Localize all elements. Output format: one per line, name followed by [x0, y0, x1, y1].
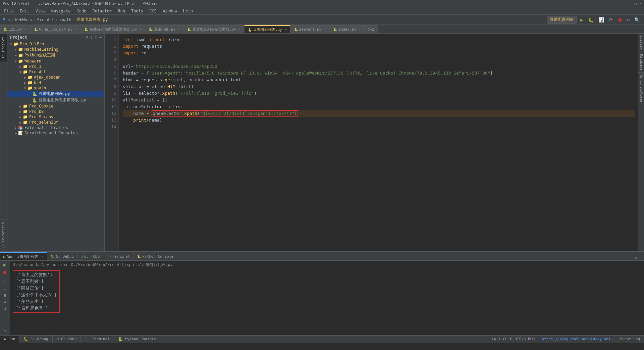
run-button[interactable]: ▶ — [579, 16, 584, 23]
tab-close-element[interactable]: × — [324, 28, 326, 31]
gear-icon[interactable]: ⚙ — [95, 35, 97, 40]
tree-item-ajax[interactable]: ▶ 📁 Ajax_douban — [7, 75, 104, 80]
tab-douban-list[interactable]: 🐍 豆瓣电影列表.py × — [245, 25, 290, 33]
tree-item-webworm[interactable]: ▼ 📁 WebWorm — [7, 58, 104, 64]
tab-close-123[interactable]: × — [25, 28, 27, 31]
window-controls[interactable]: — □ × — [629, 1, 641, 6]
tab-close-multithread[interactable]: × — [140, 28, 142, 31]
tab-index[interactable]: 🐍 index.py × — [330, 25, 365, 33]
bottom-tab-terminal[interactable]: ⬛ Terminal — [103, 252, 133, 260]
close-button[interactable]: × — [639, 1, 641, 6]
tree-item-extlib[interactable]: ▶ 📚 External Libraries — [7, 125, 104, 130]
bottom-tab-run[interactable]: ▶ Run 豆瓣电影列表 × — [0, 252, 47, 260]
bottom-settings-icon[interactable]: ⚙ — [635, 256, 637, 260]
right-tab-sciview[interactable]: SciView — [638, 34, 644, 52]
wrap-button[interactable]: ⇌ — [4, 300, 6, 304]
tab-element[interactable]: 🐍 element.py × — [290, 25, 330, 33]
output-line-4: ['这个杀手不太冷'] — [16, 292, 57, 298]
reload-button[interactable]: ⟳ — [607, 16, 614, 23]
bottom-minimize-icon[interactable]: – — [639, 256, 641, 260]
bottom-tab-python-console[interactable]: 🐍 Python Console — [133, 252, 177, 260]
menu-help[interactable]: Help — [180, 8, 196, 14]
tree-item-doubanlist[interactable]: 🐍 豆瓣电影列表.py — [7, 91, 104, 97]
code-editor[interactable]: 12345 678910 11121314 from lxml import e… — [105, 34, 638, 251]
tree-item-scratches[interactable]: ▶ 📝 Scratches and Consoles — [7, 130, 104, 136]
minimize-panel-icon[interactable]: – — [99, 35, 102, 40]
coverage-button[interactable]: 📊 — [597, 16, 605, 23]
menu-run[interactable]: Run — [115, 8, 128, 14]
run-output[interactable]: D:\Anaconda3\python.exe D:/Pro/WebWorm/P… — [10, 261, 644, 335]
run-tab-close[interactable]: × — [42, 255, 44, 259]
event-log[interactable]: Event Log — [620, 337, 640, 341]
settings-icon[interactable]: ⚙ — [626, 16, 631, 23]
tab-close-douban-list[interactable]: × — [285, 28, 287, 32]
stop-button[interactable]: ⏹ — [616, 16, 624, 23]
run-config-selector[interactable]: 豆瓣电影列表 — [547, 16, 577, 24]
tab-more[interactable]: ≫2 — [365, 25, 378, 33]
menu-edit[interactable]: Edit — [17, 8, 32, 14]
strip-terminal[interactable]: ⬛ Terminal — [81, 336, 114, 343]
tree-item-proselenium[interactable]: ▶ 📁 Pro_selenium — [7, 120, 104, 125]
menu-file[interactable]: File — [1, 8, 16, 14]
debug-button[interactable]: 🐛 — [587, 16, 595, 23]
menu-view[interactable]: View — [33, 8, 48, 14]
code-content[interactable]: from lxml import etree import requests i… — [119, 34, 638, 251]
tree-item-proall[interactable]: ▼ 📁 Pro_ALL — [7, 69, 104, 75]
menu-code[interactable]: Code — [74, 8, 89, 14]
tab-douban[interactable]: 🐍 豆瓣电影.py × — [145, 25, 184, 33]
strip-python-console[interactable]: 🐍 Python Console — [114, 336, 160, 343]
stop-red-button[interactable]: ■ — [3, 269, 6, 275]
tree-item-pro1[interactable]: ▶ 📁 Pro_1 — [7, 64, 104, 69]
bottom-tab-debug[interactable]: 🐛 5: Debug — [47, 252, 77, 260]
external-link[interactable]: https://blog.csdn.net/lucky_shi... — [542, 337, 617, 341]
minimize-button[interactable]: — — [629, 1, 632, 6]
strip-todo[interactable]: ☑ 6: TODO — [53, 336, 81, 343]
breadcrumb-file[interactable]: 豆瓣电影列表.py — [76, 17, 108, 23]
menu-vcs[interactable]: VCS — [147, 8, 159, 14]
strip-debug[interactable]: 🐛 5: Debug — [19, 336, 53, 343]
tree-item-pro[interactable]: ▼ 📁 Pro D:\Pro — [7, 41, 104, 47]
menu-refactor[interactable]: Refactor — [90, 8, 114, 14]
tab-close-douban[interactable]: × — [178, 28, 180, 31]
scroll-down-button[interactable]: ↓ — [4, 286, 6, 291]
right-tab-mongo[interactable]: Mongo Explorer — [638, 73, 644, 105]
right-tab-database[interactable]: Database — [638, 52, 644, 73]
strip-run[interactable]: ▶ Run — [0, 336, 19, 343]
breadcrumb-pro[interactable]: Pro — [3, 17, 10, 22]
tab-douban-multipage[interactable]: 🐍 豆瓣电影列表多页爬取.py × — [184, 25, 245, 33]
tree-item-proscrapy[interactable]: ▶ 📁 Pro_Scrapy — [7, 114, 104, 120]
folder-icon: 📁 — [18, 53, 23, 58]
menu-tools[interactable]: Tools — [128, 8, 146, 14]
tab-multithread[interactable]: 🐍 多线程爬虫爬取豆瓣电影.py × — [81, 25, 145, 33]
pause-button[interactable]: ⏸ — [3, 293, 7, 298]
breadcrumb-webworm[interactable]: WebWorm — [15, 17, 32, 22]
clear-button[interactable]: 🗑 — [3, 329, 7, 334]
tree-item-procookie[interactable]: ▶ 📁 Pro_Cookie — [7, 103, 104, 109]
tree-item-xpath[interactable]: ▼ 📁 xpath — [7, 85, 104, 91]
tree-item-prodb[interactable]: ▶ 📁 Pro_DB — [7, 109, 104, 114]
breadcrumb-proall[interactable]: Pro_ALL — [37, 17, 54, 22]
left-tab-favorites[interactable]: 2: Favorites — [0, 219, 7, 251]
tree-item-douban-multipage[interactable]: 🐍 豆瓣电影列表多页爬取.py — [7, 97, 104, 103]
tab-close-douban-multipage[interactable]: × — [239, 28, 241, 31]
bottom-tab-todo[interactable]: ☑ 6: TODO — [77, 252, 103, 260]
tree-item-python[interactable]: ▶ 📁 Python全线三期 — [7, 52, 104, 58]
menu-navigate[interactable]: Navigate — [49, 8, 73, 14]
search-button[interactable]: 🔍 — [633, 16, 641, 23]
menu-window[interactable]: Window — [160, 8, 180, 14]
tree-item-bs4[interactable]: ▶ 📁 bs4 — [7, 80, 104, 85]
print-button[interactable]: 🖨 — [3, 306, 7, 311]
tree-item-machinelearning[interactable]: ▶ 📁 MachineLearing — [7, 47, 104, 52]
scroll-top-button[interactable]: ↑ — [4, 279, 6, 284]
left-tab-project[interactable]: 1: Project — [0, 34, 7, 61]
tab-123py[interactable]: 🐍 123.py × — [0, 25, 31, 33]
expand-arrow: ▶ — [18, 110, 23, 114]
run-green-button[interactable]: ▶ — [3, 262, 6, 267]
sync-icon[interactable]: ↕ — [90, 35, 93, 40]
tab-close-index[interactable]: × — [359, 28, 361, 31]
tab-close-wuhu[interactable]: × — [75, 28, 77, 31]
breadcrumb-xpath[interactable]: xpath — [59, 17, 71, 22]
add-icon[interactable]: ⊕ — [86, 35, 88, 40]
tab-wuhu[interactable]: 🐍 WuHu_Job_bs4.py × — [31, 25, 81, 33]
maximize-button[interactable]: □ — [634, 1, 637, 6]
